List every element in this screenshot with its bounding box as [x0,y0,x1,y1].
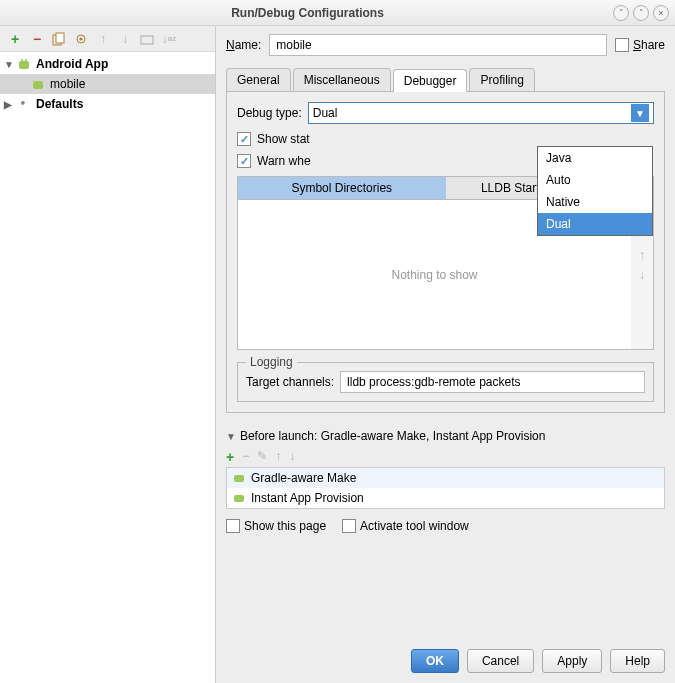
subtab-symbol-dirs[interactable]: Symbol Directories [238,177,446,199]
dropdown-item-java[interactable]: Java [538,147,652,169]
sort-icon[interactable]: ↓az [160,30,178,48]
help-button[interactable]: Help [610,649,665,673]
checkbox-icon [226,519,240,533]
right-panel: Name: Share General Miscellaneous Debugg… [216,26,675,683]
apply-button[interactable]: Apply [542,649,602,673]
edit-icon[interactable]: ✎ [257,449,267,465]
tab-profiling[interactable]: Profiling [469,68,534,91]
debug-type-label: Debug type: [237,106,302,120]
folder-icon[interactable] [138,30,156,48]
remove-icon[interactable]: − [242,449,249,465]
add-icon[interactable]: + [6,30,24,48]
down-icon[interactable]: ↓ [116,30,134,48]
up-icon[interactable]: ↑ [94,30,112,48]
target-channels-label: Target channels: [246,375,334,389]
dropdown-item-auto[interactable]: Auto [538,169,652,191]
tree-label: Android App [36,57,108,71]
before-launch-item[interactable]: Instant App Provision [227,488,664,508]
remove-icon[interactable]: − [28,30,46,48]
svg-rect-9 [234,475,244,482]
tab-misc[interactable]: Miscellaneous [293,68,391,91]
down-icon[interactable]: ↓ [289,449,295,465]
debug-type-dropdown[interactable]: Java Auto Native Dual [537,146,653,236]
logging-legend: Logging [246,355,297,369]
debugger-tab-content: Debug type: Dual ▼ ✓ Show stat ✓ Warn wh… [226,92,665,413]
chevron-down-icon: ▼ [631,104,649,122]
tab-debugger[interactable]: Debugger [393,69,468,92]
config-tree: ▼ Android App mobile ▶ Defaults [0,52,215,116]
tree-label: Defaults [36,97,83,111]
tree-label: mobile [50,77,85,91]
warn-checkbox[interactable]: ✓ [237,154,251,168]
debug-type-select[interactable]: Dual ▼ [308,102,654,124]
titlebar: Run/Debug Configurations ˅ ˄ × [0,0,675,26]
show-this-page-checkbox[interactable]: Show this page [226,519,326,533]
sidebar: + − ↑ ↓ ↓az ▼ Android App mobile ▶ Defau… [0,26,216,683]
svg-point-7 [25,59,27,61]
svg-rect-10 [234,495,244,502]
ok-button[interactable]: OK [411,649,459,673]
maximize-icon[interactable]: ˄ [633,5,649,21]
add-icon[interactable]: + [226,449,234,465]
dropdown-item-native[interactable]: Native [538,191,652,213]
checkbox-icon [342,519,356,533]
cancel-button[interactable]: Cancel [467,649,534,673]
before-launch-header: Before launch: Gradle-aware Make, Instan… [240,429,546,443]
activate-tool-checkbox[interactable]: Activate tool window [342,519,469,533]
tree-item-android-app[interactable]: ▼ Android App [0,54,215,74]
up-icon[interactable]: ↑ [639,248,645,262]
close-icon[interactable]: × [653,5,669,21]
window-title: Run/Debug Configurations [6,6,609,20]
name-label: Name: [226,38,261,52]
svg-rect-5 [19,61,29,69]
android-icon [233,492,245,504]
name-input[interactable] [269,34,607,56]
expand-icon[interactable]: ▶ [4,99,16,110]
down-icon[interactable]: ↓ [639,268,645,282]
before-launch: ▼ Before launch: Gradle-aware Make, Inst… [226,429,665,533]
show-static-checkbox[interactable]: ✓ [237,132,251,146]
tab-general[interactable]: General [226,68,291,91]
android-icon [16,56,32,72]
activate-tool-label: Activate tool window [360,519,469,533]
tree-item-defaults[interactable]: ▶ Defaults [0,94,215,114]
before-launch-label: Gradle-aware Make [251,471,356,485]
up-icon[interactable]: ↑ [275,449,281,465]
copy-icon[interactable] [50,30,68,48]
before-launch-label: Instant App Provision [251,491,364,505]
show-static-label: Show stat [257,132,310,146]
svg-rect-4 [141,36,153,44]
show-this-page-label: Show this page [244,519,326,533]
tree-item-mobile[interactable]: mobile [0,74,215,94]
dialog-buttons: OK Cancel Apply Help [411,649,665,673]
svg-rect-1 [56,33,64,43]
android-icon [30,76,46,92]
tabstrip: General Miscellaneous Debugger Profiling [226,68,665,92]
svg-point-6 [21,59,23,61]
settings-icon[interactable] [72,30,90,48]
checkbox-icon [615,38,629,52]
wrench-icon [16,96,32,112]
logging-group: Logging Target channels: [237,362,654,402]
expand-icon[interactable]: ▼ [4,59,16,70]
share-checkbox[interactable]: Share [615,38,665,52]
target-channels-input[interactable] [340,371,645,393]
dropdown-item-dual[interactable]: Dual [538,213,652,235]
android-icon [233,472,245,484]
svg-point-3 [80,37,83,40]
debug-type-value: Dual [313,106,338,120]
collapse-icon[interactable]: ▼ [226,431,236,442]
minimize-icon[interactable]: ˅ [613,5,629,21]
before-launch-item[interactable]: Gradle-aware Make [227,468,664,488]
sidebar-toolbar: + − ↑ ↓ ↓az [0,26,215,52]
svg-rect-8 [33,81,43,89]
warn-label: Warn whe [257,154,311,168]
